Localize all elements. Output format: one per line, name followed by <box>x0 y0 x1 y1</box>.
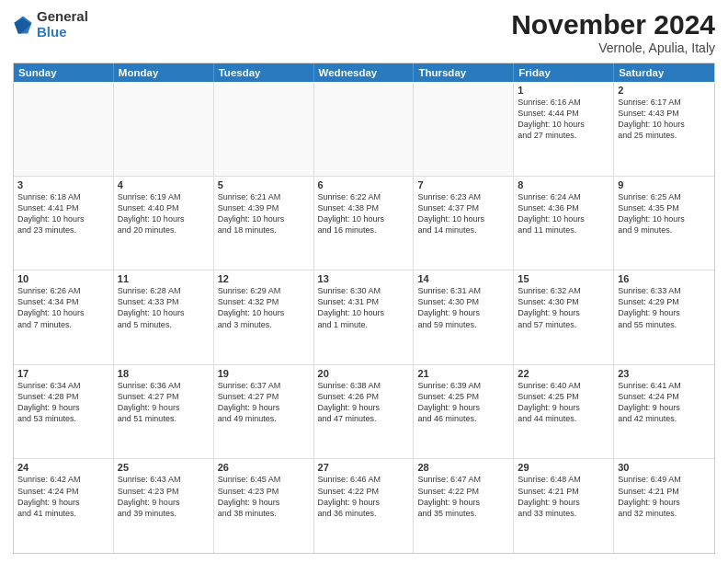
header-saturday: Saturday <box>614 63 714 82</box>
cal-cell-1-4: 7Sunrise: 6:23 AM Sunset: 4:37 PM Daylig… <box>414 177 514 270</box>
day-info: Sunrise: 6:34 AM Sunset: 4:28 PM Dayligh… <box>17 380 109 425</box>
day-number: 15 <box>518 273 609 284</box>
cal-cell-0-1 <box>114 82 214 176</box>
cal-cell-4-4: 28Sunrise: 6:47 AM Sunset: 4:22 PM Dayli… <box>414 459 514 553</box>
day-number: 2 <box>618 85 711 96</box>
header-monday: Monday <box>114 63 214 82</box>
day-info: Sunrise: 6:40 AM Sunset: 4:25 PM Dayligh… <box>518 380 609 425</box>
day-number: 20 <box>318 368 410 379</box>
logo-blue-text: Blue <box>37 25 88 40</box>
logo-icon <box>13 15 33 35</box>
day-info: Sunrise: 6:48 AM Sunset: 4:21 PM Dayligh… <box>518 474 609 519</box>
calendar-row-0: 1Sunrise: 6:16 AM Sunset: 4:44 PM Daylig… <box>14 82 714 177</box>
day-number: 4 <box>118 179 210 190</box>
day-number: 14 <box>417 273 509 284</box>
day-info: Sunrise: 6:38 AM Sunset: 4:26 PM Dayligh… <box>318 380 410 425</box>
calendar-header: Sunday Monday Tuesday Wednesday Thursday… <box>14 63 714 82</box>
page: General Blue November 2024 Vernole, Apul… <box>0 0 728 563</box>
header: General Blue November 2024 Vernole, Apul… <box>13 9 715 55</box>
day-info: Sunrise: 6:39 AM Sunset: 4:25 PM Dayligh… <box>417 380 509 425</box>
day-number: 1 <box>518 85 609 96</box>
cal-cell-0-4 <box>414 82 514 176</box>
day-info: Sunrise: 6:18 AM Sunset: 4:41 PM Dayligh… <box>17 191 109 236</box>
calendar-row-1: 3Sunrise: 6:18 AM Sunset: 4:41 PM Daylig… <box>14 177 714 271</box>
title-block: November 2024 Vernole, Apulia, Italy <box>511 9 715 55</box>
day-info: Sunrise: 6:45 AM Sunset: 4:23 PM Dayligh… <box>218 474 310 519</box>
day-number: 26 <box>218 462 310 473</box>
day-number: 10 <box>17 273 109 284</box>
day-info: Sunrise: 6:16 AM Sunset: 4:44 PM Dayligh… <box>518 97 609 142</box>
cal-cell-3-5: 22Sunrise: 6:40 AM Sunset: 4:25 PM Dayli… <box>514 365 614 459</box>
cal-cell-4-5: 29Sunrise: 6:48 AM Sunset: 4:21 PM Dayli… <box>514 459 614 553</box>
cal-cell-1-6: 9Sunrise: 6:25 AM Sunset: 4:35 PM Daylig… <box>614 177 714 270</box>
day-number: 21 <box>417 368 509 379</box>
day-number: 7 <box>417 179 509 190</box>
month-title: November 2024 <box>511 9 715 40</box>
cal-cell-3-4: 21Sunrise: 6:39 AM Sunset: 4:25 PM Dayli… <box>414 365 514 459</box>
day-number: 5 <box>218 179 310 190</box>
cal-cell-2-0: 10Sunrise: 6:26 AM Sunset: 4:34 PM Dayli… <box>14 270 114 364</box>
cal-cell-1-5: 8Sunrise: 6:24 AM Sunset: 4:36 PM Daylig… <box>514 177 614 270</box>
day-number: 23 <box>618 368 711 379</box>
header-tuesday: Tuesday <box>214 63 314 82</box>
day-number: 16 <box>618 273 711 284</box>
cal-cell-0-5: 1Sunrise: 6:16 AM Sunset: 4:44 PM Daylig… <box>514 82 614 176</box>
day-info: Sunrise: 6:22 AM Sunset: 4:38 PM Dayligh… <box>318 191 410 236</box>
day-number: 6 <box>318 179 410 190</box>
day-number: 27 <box>318 462 410 473</box>
day-number: 18 <box>118 368 210 379</box>
cal-cell-0-0 <box>14 82 114 176</box>
cal-cell-2-2: 12Sunrise: 6:29 AM Sunset: 4:32 PM Dayli… <box>214 270 314 364</box>
header-sunday: Sunday <box>14 63 114 82</box>
cal-cell-3-0: 17Sunrise: 6:34 AM Sunset: 4:28 PM Dayli… <box>14 365 114 459</box>
calendar-row-2: 10Sunrise: 6:26 AM Sunset: 4:34 PM Dayli… <box>14 270 714 365</box>
cal-cell-4-6: 30Sunrise: 6:49 AM Sunset: 4:21 PM Dayli… <box>614 459 714 553</box>
cal-cell-0-6: 2Sunrise: 6:17 AM Sunset: 4:43 PM Daylig… <box>614 82 714 176</box>
logo-text: General Blue <box>37 9 88 40</box>
day-number: 30 <box>618 462 711 473</box>
day-number: 9 <box>618 179 711 190</box>
day-number: 12 <box>218 273 310 284</box>
calendar: Sunday Monday Tuesday Wednesday Thursday… <box>13 63 715 554</box>
header-friday: Friday <box>514 63 614 82</box>
day-number: 11 <box>118 273 210 284</box>
day-info: Sunrise: 6:46 AM Sunset: 4:22 PM Dayligh… <box>318 474 410 519</box>
cal-cell-3-1: 18Sunrise: 6:36 AM Sunset: 4:27 PM Dayli… <box>114 365 214 459</box>
cal-cell-4-1: 25Sunrise: 6:43 AM Sunset: 4:23 PM Dayli… <box>114 459 214 553</box>
day-info: Sunrise: 6:17 AM Sunset: 4:43 PM Dayligh… <box>618 97 711 142</box>
day-number: 29 <box>518 462 609 473</box>
day-number: 8 <box>518 179 609 190</box>
day-info: Sunrise: 6:23 AM Sunset: 4:37 PM Dayligh… <box>417 191 509 236</box>
logo-general-text: General <box>37 9 88 25</box>
day-info: Sunrise: 6:30 AM Sunset: 4:31 PM Dayligh… <box>318 285 410 330</box>
calendar-row-4: 24Sunrise: 6:42 AM Sunset: 4:24 PM Dayli… <box>14 459 714 553</box>
day-info: Sunrise: 6:47 AM Sunset: 4:22 PM Dayligh… <box>417 474 509 519</box>
day-number: 17 <box>17 368 109 379</box>
cal-cell-1-1: 4Sunrise: 6:19 AM Sunset: 4:40 PM Daylig… <box>114 177 214 270</box>
cal-cell-3-3: 20Sunrise: 6:38 AM Sunset: 4:26 PM Dayli… <box>314 365 415 459</box>
cal-cell-3-6: 23Sunrise: 6:41 AM Sunset: 4:24 PM Dayli… <box>614 365 714 459</box>
cal-cell-2-1: 11Sunrise: 6:28 AM Sunset: 4:33 PM Dayli… <box>114 270 214 364</box>
day-info: Sunrise: 6:25 AM Sunset: 4:35 PM Dayligh… <box>618 191 711 236</box>
day-info: Sunrise: 6:31 AM Sunset: 4:30 PM Dayligh… <box>417 285 509 330</box>
day-info: Sunrise: 6:26 AM Sunset: 4:34 PM Dayligh… <box>17 285 109 330</box>
day-info: Sunrise: 6:29 AM Sunset: 4:32 PM Dayligh… <box>218 285 310 330</box>
header-thursday: Thursday <box>414 63 514 82</box>
day-info: Sunrise: 6:41 AM Sunset: 4:24 PM Dayligh… <box>618 380 711 425</box>
day-number: 3 <box>17 179 109 190</box>
cal-cell-2-6: 16Sunrise: 6:33 AM Sunset: 4:29 PM Dayli… <box>614 270 714 364</box>
day-info: Sunrise: 6:33 AM Sunset: 4:29 PM Dayligh… <box>618 285 711 330</box>
day-info: Sunrise: 6:43 AM Sunset: 4:23 PM Dayligh… <box>118 474 210 519</box>
day-info: Sunrise: 6:28 AM Sunset: 4:33 PM Dayligh… <box>118 285 210 330</box>
cal-cell-1-2: 5Sunrise: 6:21 AM Sunset: 4:39 PM Daylig… <box>214 177 314 270</box>
location-subtitle: Vernole, Apulia, Italy <box>511 40 715 55</box>
calendar-body: 1Sunrise: 6:16 AM Sunset: 4:44 PM Daylig… <box>14 82 714 553</box>
day-info: Sunrise: 6:32 AM Sunset: 4:30 PM Dayligh… <box>518 285 609 330</box>
day-info: Sunrise: 6:37 AM Sunset: 4:27 PM Dayligh… <box>218 380 310 425</box>
day-info: Sunrise: 6:42 AM Sunset: 4:24 PM Dayligh… <box>17 474 109 519</box>
cal-cell-4-2: 26Sunrise: 6:45 AM Sunset: 4:23 PM Dayli… <box>214 459 314 553</box>
day-number: 25 <box>118 462 210 473</box>
cal-cell-2-5: 15Sunrise: 6:32 AM Sunset: 4:30 PM Dayli… <box>514 270 614 364</box>
calendar-row-3: 17Sunrise: 6:34 AM Sunset: 4:28 PM Dayli… <box>14 365 714 460</box>
day-number: 13 <box>318 273 410 284</box>
